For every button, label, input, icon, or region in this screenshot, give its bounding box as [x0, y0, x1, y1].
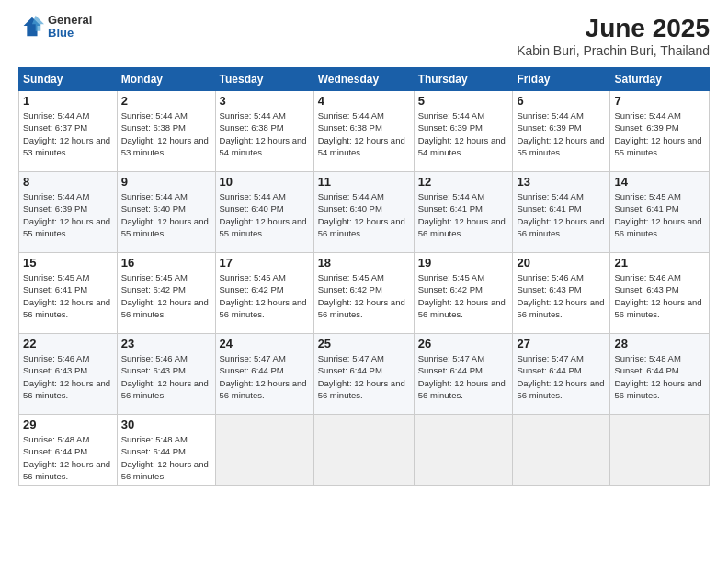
- col-tuesday: Tuesday: [215, 68, 313, 91]
- day-info: Sunrise: 5:44 AMSunset: 6:38 PMDaylight:…: [121, 110, 209, 157]
- day-number: 8: [23, 175, 113, 189]
- day-cell: 2 Sunrise: 5:44 AMSunset: 6:38 PMDayligh…: [117, 91, 215, 172]
- day-info: Sunrise: 5:45 AMSunset: 6:42 PMDaylight:…: [418, 272, 506, 319]
- day-cell: 21 Sunrise: 5:46 AMSunset: 6:43 PMDaylig…: [610, 253, 710, 334]
- day-info: Sunrise: 5:45 AMSunset: 6:41 PMDaylight:…: [614, 191, 701, 238]
- day-cell: 19 Sunrise: 5:45 AMSunset: 6:42 PMDaylig…: [414, 253, 513, 334]
- day-number: 5: [418, 94, 509, 108]
- day-info: Sunrise: 5:44 AMSunset: 6:39 PMDaylight:…: [23, 191, 110, 238]
- day-info: Sunrise: 5:45 AMSunset: 6:41 PMDaylight:…: [23, 272, 110, 319]
- day-cell: 26 Sunrise: 5:47 AMSunset: 6:44 PMDaylig…: [414, 334, 513, 415]
- day-info: Sunrise: 5:46 AMSunset: 6:43 PMDaylight:…: [517, 272, 604, 319]
- day-cell: 10 Sunrise: 5:44 AMSunset: 6:40 PMDaylig…: [215, 172, 313, 253]
- day-number: 22: [23, 337, 113, 350]
- main-title: June 2025: [517, 14, 710, 43]
- day-info: Sunrise: 5:44 AMSunset: 6:38 PMDaylight:…: [318, 110, 405, 157]
- day-cell: 7 Sunrise: 5:44 AMSunset: 6:39 PMDayligh…: [610, 91, 710, 172]
- empty-cell: [610, 415, 710, 486]
- table-row: 15 Sunrise: 5:45 AMSunset: 6:41 PMDaylig…: [19, 253, 710, 334]
- day-number: 10: [220, 175, 310, 189]
- day-cell: 23 Sunrise: 5:46 AMSunset: 6:43 PMDaylig…: [117, 334, 215, 415]
- day-info: Sunrise: 5:45 AMSunset: 6:42 PMDaylight:…: [121, 272, 209, 319]
- day-info: Sunrise: 5:47 AMSunset: 6:44 PMDaylight:…: [517, 353, 604, 400]
- day-number: 4: [318, 94, 410, 108]
- day-cell: 1 Sunrise: 5:44 AMSunset: 6:37 PMDayligh…: [19, 91, 118, 172]
- day-info: Sunrise: 5:44 AMSunset: 6:40 PMDaylight:…: [220, 191, 307, 238]
- day-number: 30: [121, 418, 211, 431]
- day-info: Sunrise: 5:44 AMSunset: 6:37 PMDaylight:…: [23, 110, 110, 157]
- col-sunday: Sunday: [19, 68, 118, 91]
- title-block: June 2025 Kabin Buri, Prachin Buri, Thai…: [517, 14, 710, 58]
- day-number: 27: [517, 337, 606, 350]
- day-cell: 17 Sunrise: 5:45 AMSunset: 6:42 PMDaylig…: [215, 253, 313, 334]
- logo-blue-text: Blue: [48, 27, 92, 40]
- calendar-table: Sunday Monday Tuesday Wednesday Thursday…: [18, 67, 710, 486]
- day-cell: 8 Sunrise: 5:44 AMSunset: 6:39 PMDayligh…: [19, 172, 118, 253]
- day-number: 3: [220, 94, 310, 108]
- day-number: 25: [318, 337, 410, 350]
- col-saturday: Saturday: [610, 68, 710, 91]
- day-info: Sunrise: 5:44 AMSunset: 6:40 PMDaylight:…: [121, 191, 209, 238]
- empty-cell: [215, 415, 313, 486]
- table-row: 22 Sunrise: 5:46 AMSunset: 6:43 PMDaylig…: [19, 334, 710, 415]
- day-cell: 30 Sunrise: 5:48 AMSunset: 6:44 PMDaylig…: [117, 415, 215, 486]
- day-number: 20: [517, 256, 606, 270]
- header: General Blue June 2025 Kabin Buri, Prach…: [18, 14, 710, 58]
- day-number: 6: [517, 94, 606, 108]
- day-info: Sunrise: 5:44 AMSunset: 6:39 PMDaylight:…: [517, 110, 604, 157]
- day-cell: 25 Sunrise: 5:47 AMSunset: 6:44 PMDaylig…: [313, 334, 414, 415]
- day-number: 17: [220, 256, 310, 270]
- logo-text: General Blue: [48, 14, 92, 40]
- day-info: Sunrise: 5:46 AMSunset: 6:43 PMDaylight:…: [23, 353, 110, 400]
- day-info: Sunrise: 5:48 AMSunset: 6:44 PMDaylight:…: [121, 434, 209, 481]
- col-monday: Monday: [117, 68, 215, 91]
- day-cell: 14 Sunrise: 5:45 AMSunset: 6:41 PMDaylig…: [610, 172, 710, 253]
- day-cell: 20 Sunrise: 5:46 AMSunset: 6:43 PMDaylig…: [513, 253, 610, 334]
- day-number: 2: [121, 94, 211, 108]
- day-cell: 27 Sunrise: 5:47 AMSunset: 6:44 PMDaylig…: [513, 334, 610, 415]
- day-cell: 3 Sunrise: 5:44 AMSunset: 6:38 PMDayligh…: [215, 91, 313, 172]
- day-cell: 28 Sunrise: 5:48 AMSunset: 6:44 PMDaylig…: [610, 334, 710, 415]
- day-number: 11: [318, 175, 410, 189]
- day-cell: 29 Sunrise: 5:48 AMSunset: 6:44 PMDaylig…: [19, 415, 118, 486]
- day-cell: 16 Sunrise: 5:45 AMSunset: 6:42 PMDaylig…: [117, 253, 215, 334]
- day-number: 18: [318, 256, 410, 270]
- day-info: Sunrise: 5:46 AMSunset: 6:43 PMDaylight:…: [121, 353, 209, 400]
- day-info: Sunrise: 5:47 AMSunset: 6:44 PMDaylight:…: [220, 353, 307, 400]
- day-number: 16: [121, 256, 211, 270]
- col-friday: Friday: [513, 68, 610, 91]
- day-cell: 18 Sunrise: 5:45 AMSunset: 6:42 PMDaylig…: [313, 253, 414, 334]
- day-info: Sunrise: 5:47 AMSunset: 6:44 PMDaylight:…: [318, 353, 405, 400]
- empty-cell: [313, 415, 414, 486]
- subtitle: Kabin Buri, Prachin Buri, Thailand: [517, 43, 710, 58]
- logo: General Blue: [18, 14, 92, 40]
- col-thursday: Thursday: [414, 68, 513, 91]
- day-cell: 15 Sunrise: 5:45 AMSunset: 6:41 PMDaylig…: [19, 253, 118, 334]
- day-cell: 24 Sunrise: 5:47 AMSunset: 6:44 PMDaylig…: [215, 334, 313, 415]
- day-info: Sunrise: 5:44 AMSunset: 6:39 PMDaylight:…: [614, 110, 701, 157]
- day-info: Sunrise: 5:47 AMSunset: 6:44 PMDaylight:…: [418, 353, 506, 400]
- day-cell: 13 Sunrise: 5:44 AMSunset: 6:41 PMDaylig…: [513, 172, 610, 253]
- logo-general-text: General: [48, 14, 92, 27]
- col-wednesday: Wednesday: [313, 68, 414, 91]
- day-info: Sunrise: 5:48 AMSunset: 6:44 PMDaylight:…: [614, 353, 701, 400]
- day-info: Sunrise: 5:44 AMSunset: 6:38 PMDaylight:…: [220, 110, 307, 157]
- table-row: 8 Sunrise: 5:44 AMSunset: 6:39 PMDayligh…: [19, 172, 710, 253]
- day-number: 7: [614, 94, 705, 108]
- day-cell: 6 Sunrise: 5:44 AMSunset: 6:39 PMDayligh…: [513, 91, 610, 172]
- day-info: Sunrise: 5:44 AMSunset: 6:41 PMDaylight:…: [517, 191, 604, 238]
- day-info: Sunrise: 5:44 AMSunset: 6:41 PMDaylight:…: [418, 191, 506, 238]
- day-number: 12: [418, 175, 509, 189]
- day-number: 29: [23, 418, 113, 431]
- calendar-page: General Blue June 2025 Kabin Buri, Prach…: [0, 0, 728, 563]
- day-info: Sunrise: 5:45 AMSunset: 6:42 PMDaylight:…: [318, 272, 405, 319]
- day-info: Sunrise: 5:44 AMSunset: 6:40 PMDaylight:…: [318, 191, 405, 238]
- day-cell: 4 Sunrise: 5:44 AMSunset: 6:38 PMDayligh…: [313, 91, 414, 172]
- table-row: 1 Sunrise: 5:44 AMSunset: 6:37 PMDayligh…: [19, 91, 710, 172]
- day-cell: 5 Sunrise: 5:44 AMSunset: 6:39 PMDayligh…: [414, 91, 513, 172]
- day-number: 1: [23, 94, 113, 108]
- calendar-header-row: Sunday Monday Tuesday Wednesday Thursday…: [19, 68, 710, 91]
- day-cell: 9 Sunrise: 5:44 AMSunset: 6:40 PMDayligh…: [117, 172, 215, 253]
- logo-icon: [18, 14, 44, 40]
- day-number: 14: [614, 175, 705, 189]
